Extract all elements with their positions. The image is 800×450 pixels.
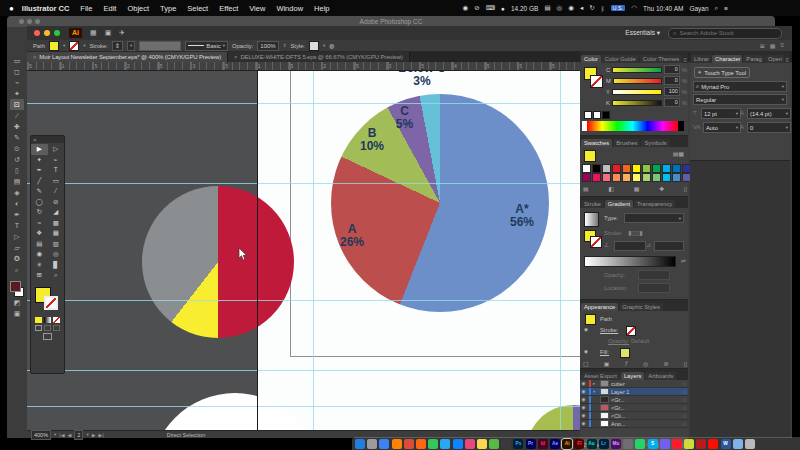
photoshop-tool-icon[interactable]: ↺ — [10, 154, 24, 165]
appearance-stroke-swatch[interactable] — [626, 326, 636, 336]
menu-item[interactable]: Effect — [219, 4, 238, 13]
tool-icon[interactable]: ▷ — [48, 144, 65, 155]
gradient-reverse-icon[interactable]: ⇌ — [681, 257, 686, 264]
panel-tab[interactable]: Gradient — [605, 200, 633, 208]
tool-icon[interactable]: ≈ — [31, 218, 48, 229]
workspace-switcher[interactable]: Essentials ▾ — [625, 29, 660, 37]
dock-app-icon[interactable] — [660, 439, 670, 449]
appbar-icon[interactable]: ✈ — [119, 29, 125, 37]
layer-target-icon[interactable]: ○ — [683, 381, 686, 387]
dock-app-icon[interactable] — [684, 439, 694, 449]
menu-item[interactable]: Type — [160, 4, 176, 13]
photoshop-color-swatches[interactable] — [10, 281, 24, 297]
dock-app-icon[interactable] — [379, 439, 389, 449]
canvas[interactable]: Below C3% C5% B10% A26% A*56% — [27, 70, 580, 430]
layer-row[interactable]: ◉ <Gr... ○ — [580, 404, 688, 412]
menu-item[interactable]: File — [80, 4, 92, 13]
tool-icon[interactable]: ◯ — [31, 197, 48, 208]
dock-app-icon[interactable] — [623, 439, 633, 449]
view-toggle-icon[interactable]: ▦ — [678, 151, 684, 157]
menubar-status-item[interactable]: ● — [501, 5, 505, 12]
menu-item[interactable]: Help — [314, 4, 329, 13]
menubar-status-item[interactable]: Thu 10:40 AM — [643, 5, 683, 12]
layer-expand-icon[interactable]: ▾ — [593, 389, 598, 394]
swatches-footer-icon[interactable]: ▤ — [583, 185, 589, 192]
style-swatch[interactable] — [309, 41, 319, 51]
zoom-level[interactable]: 400% — [31, 430, 51, 440]
layer-visibility-icon[interactable]: ◉ — [580, 405, 587, 410]
menu-item[interactable]: Select — [187, 4, 208, 13]
layer-row[interactable]: ◉ <Gr... ○ — [580, 396, 688, 404]
channel-value[interactable]: 0 — [664, 76, 679, 85]
layer-name[interactable]: Ano... — [611, 421, 681, 427]
photoshop-tool-icon[interactable]: ✒ — [10, 209, 24, 220]
stroke-weight-dropdown[interactable]: ▾ — [127, 41, 135, 51]
leading-field[interactable]: (14.4 pt)▾ — [747, 108, 791, 119]
minimize-window-button[interactable] — [44, 30, 50, 36]
photoshop-tool-icon[interactable]: ✚ — [10, 121, 24, 132]
layer-thumbnail[interactable] — [600, 396, 609, 403]
channel-value[interactable]: 0 — [664, 98, 680, 107]
panel-dock-icon[interactable]: ▦ — [770, 42, 776, 49]
appearance-stroke-label[interactable]: Stroke: — [600, 327, 618, 333]
color-swatch[interactable] — [662, 173, 671, 182]
dock-app-icon[interactable] — [355, 439, 365, 449]
color-swatch[interactable] — [612, 173, 621, 182]
photoshop-traffic-lights[interactable] — [19, 19, 40, 24]
photoshop-tool-icon[interactable]: ✎ — [10, 132, 24, 143]
app-menu-title[interactable]: Illustrator CC — [22, 4, 70, 13]
none-swatch[interactable] — [584, 111, 592, 119]
layer-thumbnail[interactable] — [600, 420, 609, 427]
photoshop-tool-icon[interactable]: ▷ — [10, 231, 24, 242]
screen-mode-icon[interactable] — [43, 333, 52, 340]
menubar-status-item[interactable]: ⌨ — [486, 4, 495, 12]
menubar-status-item[interactable]: ◂ — [580, 4, 583, 12]
photoshop-tool-icon[interactable]: ∕ — [10, 110, 24, 121]
menubar-status-item[interactable]: ↻ — [589, 4, 594, 12]
partial-pie-chart[interactable] — [142, 186, 294, 338]
dock-app-icon[interactable] — [440, 439, 450, 449]
panel-tab[interactable]: Brushes — [613, 139, 640, 147]
layer-name[interactable]: <Gr... — [611, 405, 681, 411]
menubar-status-item[interactable]: ◉ — [463, 4, 469, 12]
color-swatch[interactable] — [592, 173, 601, 182]
menubar-status-item[interactable]: ◉ — [568, 4, 574, 12]
photoshop-tool-icon[interactable]: ▭ — [10, 55, 24, 66]
panel-tab[interactable]: Transparency — [634, 200, 675, 208]
stroke-color-swatch[interactable] — [69, 41, 79, 51]
color-swatch[interactable] — [632, 173, 641, 182]
close-panel-icon[interactable]: × — [33, 137, 37, 143]
panel-tab[interactable]: Layers — [621, 372, 644, 380]
fill-stroke-proxy[interactable] — [31, 285, 64, 315]
tool-icon[interactable]: ◉ — [31, 249, 48, 260]
tool-icon[interactable]: ▊ — [48, 260, 65, 271]
menu-item[interactable]: Object — [127, 4, 149, 13]
menubar-status-item[interactable]: ⌕ — [715, 4, 719, 12]
stroke-proxy[interactable] — [44, 296, 58, 310]
white-swatch[interactable] — [593, 111, 601, 119]
dock-app-icon[interactable] — [696, 439, 706, 449]
dock-app-icon[interactable]: Pr — [526, 439, 536, 449]
photoshop-tool-icon[interactable]: ⊙ — [10, 143, 24, 154]
layer-name[interactable]: <Gr... — [611, 397, 681, 403]
touch-type-tool-button[interactable]: ⌖ Touch Type Tool — [694, 67, 750, 78]
channel-value[interactable]: 0 — [664, 65, 680, 74]
tracking-field[interactable]: 0▾ — [747, 122, 791, 133]
color-swatch[interactable] — [642, 173, 651, 182]
appearance-fill-swatch[interactable] — [620, 348, 630, 358]
menubar-status-item[interactable]: ᛒ — [601, 5, 605, 12]
tools-panel-header[interactable]: × — [31, 136, 64, 143]
tool-icon[interactable]: ╱ — [31, 176, 48, 187]
photoshop-tool-icon[interactable]: ◐ — [10, 198, 24, 209]
fill-color-swatch[interactable] — [49, 41, 59, 51]
photoshop-tool-icon[interactable]: ✦ — [10, 88, 24, 99]
panel-tab[interactable]: Color Themes — [640, 55, 682, 63]
draw-inside-icon[interactable] — [53, 325, 60, 331]
menubar-status-item[interactable]: ≡ — [724, 5, 728, 12]
layer-name[interactable]: <Cli... — [611, 413, 681, 419]
menubar-status-item[interactable]: ◠ — [631, 4, 637, 12]
document-setup-icon[interactable]: ◍ — [329, 43, 334, 49]
dock-app-icon[interactable]: Lr — [599, 439, 609, 449]
dock-app-icon[interactable] — [404, 439, 414, 449]
layer-visibility-icon[interactable]: ◉ — [580, 397, 587, 402]
